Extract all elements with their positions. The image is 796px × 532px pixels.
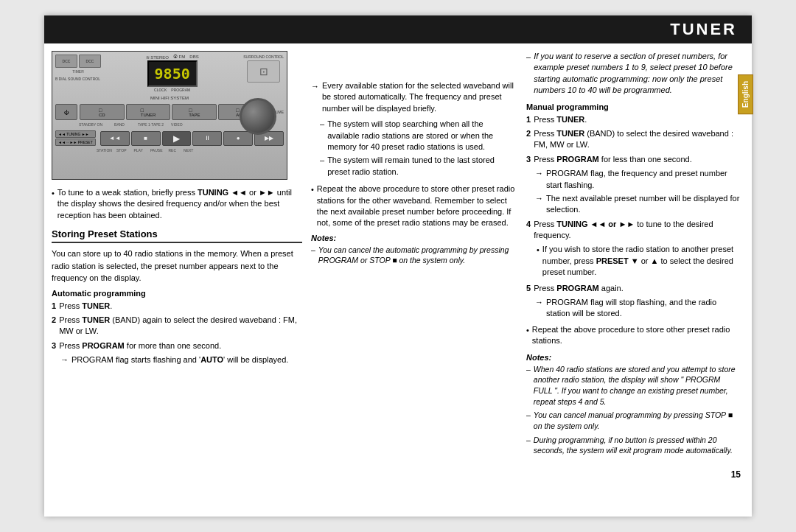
- middle-note-1: – You can cancel the automatic programmi…: [311, 245, 517, 266]
- next-label: NEXT: [184, 148, 193, 153]
- right-note-1: – When 40 radio stations are stored and …: [526, 364, 741, 407]
- station-label: STATION: [97, 148, 112, 153]
- station-tuning: ◄◄ ·· ►► PRESET: [55, 139, 96, 146]
- step-1: 1 Press TUNER.: [52, 301, 302, 312]
- note-dash-1: –: [311, 245, 315, 266]
- band-label: BAND: [114, 122, 125, 127]
- middle-bullet-dot-1: →: [311, 81, 319, 114]
- manual-arrow-text-3: PROGRAM flag will stop flashing, and the…: [546, 297, 741, 320]
- step-num-2: 2: [52, 315, 56, 337]
- prev-button[interactable]: ◄◄: [100, 131, 130, 146]
- dcc-button-2[interactable]: DCC: [79, 55, 101, 68]
- right-notes-title: Notes:: [526, 353, 741, 362]
- middle-bullet-1: → Every available station for the select…: [311, 80, 517, 114]
- manual-prog-steps-4-5: 4 Press TUNING ◄◄ or ►► to tune to the d…: [526, 219, 741, 242]
- manual-step-5: 5 Press PROGRAM again.: [526, 283, 741, 294]
- manual-arrow-icon-1: →: [535, 168, 543, 191]
- wish-bullet-text: If you wish to store the radio station t…: [542, 244, 741, 278]
- stop-button[interactable]: ■: [131, 131, 161, 146]
- tape-button[interactable]: □TAPE: [172, 104, 217, 120]
- middle-arrow-text-1: The system will stop searching when all …: [327, 119, 517, 153]
- stop-label: STOP: [116, 148, 127, 153]
- step-2: 2 Press TUNER (BAND) again to select the…: [52, 315, 302, 337]
- clock-label: CLOCK: [154, 88, 167, 92]
- arrow-text-1: PROGRAM flag starts flashing and 'AUTO' …: [71, 354, 288, 365]
- arrow-auto-1: → PROGRAM flag starts flashing and 'AUTO…: [60, 354, 302, 365]
- right-note-text-1: When 40 radio stations are stored and yo…: [534, 364, 741, 407]
- middle-content: → Every available station for the select…: [311, 80, 517, 266]
- volume-knob[interactable]: [240, 98, 276, 135]
- rec-label: REC: [168, 148, 176, 153]
- middle-notes: Notes: – You can cancel the automatic pr…: [311, 234, 517, 266]
- section-title-storing: Storing Preset Stations: [52, 228, 302, 243]
- cd-button[interactable]: □CD: [80, 104, 125, 120]
- manual-step-2: 2 Press TUNER (BAND) to select the desir…: [526, 128, 741, 151]
- video-label: VIDEO: [171, 122, 183, 127]
- middle-bullet-text-1: Every available station for the selected…: [322, 80, 517, 114]
- right-note-2: – You can cancel manual programming by p…: [526, 410, 741, 431]
- right-note-3: – During programming, if no button is pr…: [526, 435, 741, 456]
- pause-label: PAUSE: [150, 148, 163, 153]
- tuner-button[interactable]: □TUNER: [126, 104, 171, 120]
- manual-step-text-2: Press TUNER (BAND) to select the desired…: [534, 128, 741, 151]
- repeat-bullet-dot: •: [526, 325, 529, 347]
- main-content: DCC DCC TIMER B DIAL SOUND CONTROL ≋ ST: [44, 43, 752, 466]
- device-image: DCC DCC TIMER B DIAL SOUND CONTROL ≋ ST: [52, 51, 287, 180]
- bullet-dot-1: •: [52, 188, 55, 221]
- repeat-bullet: • Repeat the above procedure to store ot…: [526, 324, 741, 347]
- program-label: PROGRAM: [171, 88, 190, 92]
- page-header: TUNER: [44, 15, 752, 43]
- page: TUNER English DCC DCC: [44, 15, 752, 517]
- bullet-item-1: • To tune to a weak station, briefly pre…: [52, 187, 302, 221]
- right-bullet-dash: –: [526, 52, 531, 97]
- standby-label: STANDBY ON: [79, 122, 102, 127]
- pause-button[interactable]: ⏸: [192, 131, 222, 146]
- play-label: PLAY: [133, 148, 142, 153]
- language-tab: English: [738, 74, 753, 114]
- middle-bullet-dot-2: •: [311, 184, 314, 229]
- dbs-label: DBS: [189, 55, 198, 60]
- transport-row: ◄◄ TUNING ►► ◄◄ ·· ►► PRESET ◄◄ ■ ▶ ⏸ ● …: [55, 130, 284, 146]
- step-text-3: Press PROGRAM for more than one second.: [59, 340, 221, 351]
- dcc-button-1[interactable]: DCC: [55, 55, 77, 68]
- right-note-dash-1: –: [526, 364, 531, 407]
- middle-arrow-1: – The system will stop searching when al…: [320, 119, 517, 153]
- surround-control[interactable]: ⊡: [247, 60, 280, 83]
- manual-arrow-3: → PROGRAM flag will stop flashing, and t…: [535, 297, 741, 320]
- rec-button[interactable]: ●: [223, 131, 253, 146]
- right-note-dash-3: –: [526, 435, 531, 456]
- surround-area: SURROUND CONTROL ⊡: [243, 55, 284, 83]
- page-title: TUNER: [670, 20, 737, 38]
- bullet-text-1: To tune to a weak station, briefly press…: [57, 187, 302, 221]
- middle-arrow-icon-1: –: [320, 119, 324, 153]
- middle-bullet-2: • Repeat the above procedure to store ot…: [311, 183, 517, 229]
- transport-labels: STATION STOP PLAY PAUSE REC NEXT: [55, 148, 284, 153]
- middle-notes-title: Notes:: [311, 234, 517, 242]
- auto-prog-title: Automatic programming: [52, 289, 302, 298]
- wish-bullet-dot: •: [537, 245, 540, 278]
- manual-step-5-list: 5 Press PROGRAM again.: [526, 283, 741, 294]
- display-area: ≋ STEREO ⦿ FM DBS 9850 CLOCK PROGRAM: [104, 55, 240, 92]
- device-body: DCC DCC TIMER B DIAL SOUND CONTROL ≋ ST: [52, 52, 287, 179]
- right-note-text-2: You can cancel manual programming by pre…: [534, 410, 741, 431]
- surround-label: SURROUND CONTROL: [243, 55, 284, 59]
- bullet-section-1: • To tune to a weak station, briefly pre…: [52, 187, 302, 221]
- manual-step-text-5: Press PROGRAM again.: [534, 283, 624, 294]
- dial-sound-label: B DIAL SOUND CONTROL: [55, 77, 100, 81]
- manual-step-num-3: 3: [526, 154, 531, 165]
- step-num-3: 3: [52, 340, 56, 351]
- left-column: DCC DCC TIMER B DIAL SOUND CONTROL ≋ ST: [52, 51, 302, 459]
- fm-label: ⦿ FM: [173, 55, 185, 60]
- auto-prog-steps: 1 Press TUNER. 2 Press TUNER (BAND) agai…: [52, 301, 302, 352]
- manual-arrow-icon-3: →: [535, 297, 543, 320]
- stereo-label: ≋ STEREO: [146, 55, 169, 60]
- right-column: – If you want to reserve a section of pr…: [526, 51, 741, 459]
- play-button[interactable]: ▶: [162, 131, 192, 146]
- right-intro-bullet-1: – If you want to reserve a section of pr…: [526, 51, 741, 97]
- arrow-icon-1: →: [60, 354, 69, 365]
- power-button[interactable]: ⏻: [55, 104, 77, 120]
- manual-step-text-1: Press TUNER.: [534, 114, 587, 125]
- tuning-controls: ◄◄ TUNING ►► ◄◄ ·· ►► PRESET: [55, 130, 96, 146]
- manual-step-4: 4 Press TUNING ◄◄ or ►► to tune to the d…: [526, 219, 741, 242]
- middle-bullet-text-2: Repeat the above procedure to store othe…: [317, 183, 517, 229]
